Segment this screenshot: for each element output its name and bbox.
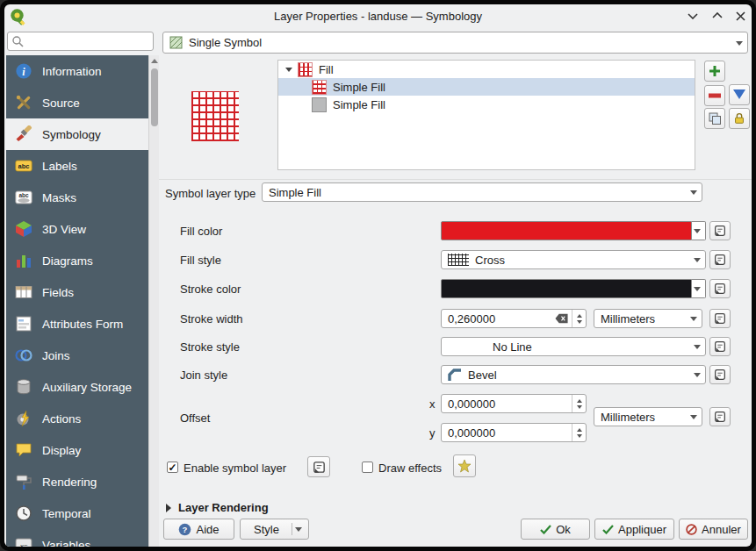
sidebar-item-display[interactable]: Display <box>6 434 148 466</box>
sidebar-item-rendering[interactable]: Rendering <box>6 466 148 497</box>
stroke-style-combo[interactable]: No Line <box>441 337 706 356</box>
spinner-arrows[interactable] <box>572 310 586 327</box>
offset-unit-combo[interactable]: Millimeters <box>594 407 702 426</box>
symbol-layer-type-combo[interactable]: Simple Fill <box>262 182 702 202</box>
sidebar-item-symbology[interactable]: Symbology <box>6 118 148 150</box>
stroke-width-spinbox[interactable]: 0,260000 <box>441 309 587 328</box>
stroke-width-value[interactable]: 0,260000 <box>442 312 555 326</box>
enable-symbol-layer-checkbox[interactable]: ✓ <box>167 462 178 473</box>
fill-color-button[interactable] <box>441 221 706 240</box>
stroke-color-button[interactable] <box>441 279 706 298</box>
sidebar-search-input[interactable] <box>7 32 154 51</box>
spin-up-icon[interactable] <box>577 399 582 403</box>
layer-rendering-expander[interactable]: Layer Rendering <box>166 501 269 514</box>
remove-symbol-layer-button[interactable] <box>704 85 725 106</box>
minimize-button[interactable] <box>685 8 701 24</box>
sidebar-item-information[interactable]: i Information <box>6 55 148 87</box>
move-down-button[interactable] <box>729 84 750 105</box>
offset-x-label: x <box>429 397 436 411</box>
duplicate-symbol-layer-button[interactable] <box>704 108 725 129</box>
sidebar-item-3d-view[interactable]: 3D View <box>6 213 148 245</box>
sidebar-item-masks[interactable]: abc Masks <box>6 182 148 213</box>
apply-button[interactable]: Appliquer <box>594 519 674 540</box>
ok-button[interactable]: Ok <box>521 519 590 540</box>
sidebar-item-labels[interactable]: abc Labels <box>6 150 148 182</box>
chevron-down-icon <box>694 345 701 349</box>
join-style-data-defined-button[interactable] <box>709 365 731 384</box>
chevron-down-icon <box>694 229 701 233</box>
join-style-combo[interactable]: Bevel <box>441 365 706 384</box>
chevron-down-icon <box>694 373 701 377</box>
sidebar-item-auxiliary-storage[interactable]: Auxiliary Storage <box>6 371 148 403</box>
tree-row-simple-fill-1[interactable]: Simple Fill <box>278 78 695 96</box>
effects-options-button[interactable] <box>453 454 476 477</box>
spin-down-icon[interactable] <box>577 434 582 438</box>
layer-rendering-label: Layer Rendering <box>178 501 269 514</box>
stroke-color-data-defined-button[interactable] <box>709 279 731 298</box>
offset-y-value[interactable]: 0,000000 <box>442 426 572 440</box>
cancel-icon <box>686 524 697 535</box>
sidebar-item-temporal[interactable]: Temporal <box>6 497 148 529</box>
close-button[interactable] <box>732 8 748 24</box>
add-symbol-layer-button[interactable] <box>704 61 725 82</box>
cross-pattern-icon <box>448 254 469 266</box>
database-icon <box>14 377 33 397</box>
lock-color-button[interactable] <box>729 108 750 129</box>
offset-data-defined-button[interactable] <box>709 407 731 426</box>
chevron-down-icon <box>694 287 701 291</box>
style-dropdown-arrow[interactable] <box>292 523 305 535</box>
fields-icon <box>14 283 33 302</box>
fill-style-combo[interactable]: Cross <box>441 250 706 269</box>
stroke-width-unit-combo[interactable]: Millimeters <box>594 309 702 328</box>
sidebar-scrollbar[interactable] <box>148 55 159 547</box>
window-title: Layer Properties - landuse — Symbology <box>4 10 752 23</box>
symbol-type-combo[interactable]: Single Symbol <box>162 32 748 54</box>
join-style-label: Join style <box>180 369 227 382</box>
cancel-button[interactable]: Annuler <box>679 519 748 540</box>
sidebar-item-actions[interactable]: Actions <box>6 403 148 434</box>
scroll-up-icon[interactable] <box>150 56 159 66</box>
search-icon <box>11 35 24 47</box>
fill-color-swatch[interactable] <box>441 221 692 240</box>
stroke-style-label: Stroke style <box>180 340 240 354</box>
spinner-arrows[interactable] <box>572 424 586 441</box>
help-button[interactable]: ? Aide <box>163 519 234 540</box>
draw-effects-checkbox[interactable]: ✓ <box>362 462 373 473</box>
spin-down-icon[interactable] <box>577 405 582 409</box>
chevron-down-icon <box>690 415 697 419</box>
stroke-style-data-defined-button[interactable] <box>709 337 731 356</box>
sidebar-item-variables[interactable]: x= Variables <box>6 529 148 547</box>
maximize-button[interactable] <box>709 8 725 24</box>
offset-x-value[interactable]: 0,000000 <box>442 397 572 411</box>
sidebar-item-joins[interactable]: Joins <box>6 340 148 371</box>
offset-y-spinbox[interactable]: 0,000000 <box>441 423 587 442</box>
spin-down-icon[interactable] <box>577 320 582 324</box>
offset-x-spinbox[interactable]: 0,000000 <box>441 394 587 413</box>
enable-layer-data-defined-button[interactable] <box>307 456 330 477</box>
symbol-layer-tree: Fill Simple Fill Simple Fill <box>277 60 695 170</box>
masks-icon: abc <box>14 188 33 207</box>
tree-row-fill[interactable]: Fill <box>278 61 695 78</box>
style-menu-button[interactable]: Style <box>240 519 309 540</box>
spinner-arrows[interactable] <box>572 395 586 412</box>
sidebar-item-source[interactable]: Source <box>6 87 148 118</box>
simple-fill-gray-icon <box>312 97 327 112</box>
stroke-color-swatch[interactable] <box>441 279 692 298</box>
scrollbar-handle[interactable] <box>151 68 158 126</box>
expand-arrow-icon[interactable] <box>285 68 292 72</box>
source-icon <box>14 93 33 112</box>
actions-icon <box>14 409 33 428</box>
tree-row-simple-fill-2[interactable]: Simple Fill <box>278 96 695 113</box>
spin-up-icon[interactable] <box>577 314 582 318</box>
qgis-window: Layer Properties - landuse — Symbology S… <box>0 0 756 551</box>
sidebar-item-fields[interactable]: Fields <box>6 276 148 308</box>
sidebar-item-attributes-form[interactable]: Attributes Form <box>6 308 148 340</box>
stroke-width-data-defined-button[interactable] <box>709 309 731 328</box>
star-icon <box>457 459 472 473</box>
fill-style-data-defined-button[interactable] <box>709 250 731 269</box>
fill-color-data-defined-button[interactable] <box>709 221 731 240</box>
sidebar-item-diagrams[interactable]: Diagrams <box>6 245 148 276</box>
chevron-down-icon <box>690 317 697 321</box>
clear-value-icon[interactable] <box>555 313 568 324</box>
spin-up-icon[interactable] <box>577 428 582 432</box>
